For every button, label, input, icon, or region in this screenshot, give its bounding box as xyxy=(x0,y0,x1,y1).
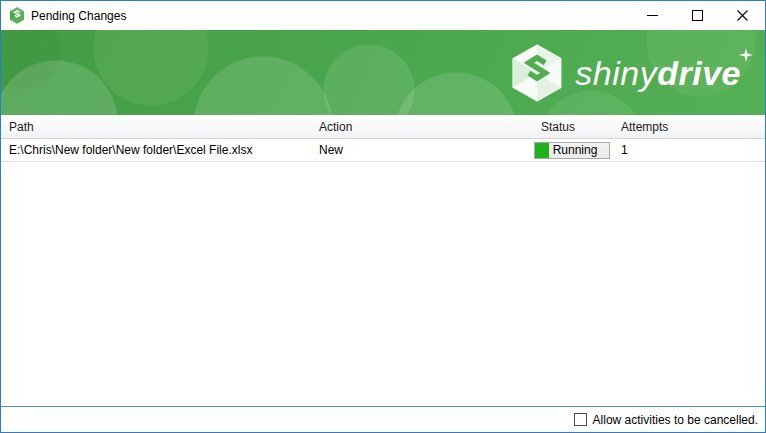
cell-status: Running xyxy=(526,142,613,159)
cell-attempts: 1 xyxy=(613,143,765,157)
shinydrive-wordmark: shinydrive xyxy=(575,56,753,90)
sparkle-icon xyxy=(739,48,753,62)
cell-path: E:\Chris\New folder\New folder\Excel Fil… xyxy=(1,143,311,157)
table-empty-area xyxy=(1,162,765,406)
status-progress-badge: Running xyxy=(534,142,610,159)
pending-changes-window: Pending Changes xyxy=(0,0,766,433)
allow-cancel-checkbox[interactable] xyxy=(574,413,587,426)
table-header: Path Action Status Attempts xyxy=(1,115,765,139)
brand-banner: shinydrive xyxy=(1,30,765,115)
column-header-status[interactable]: Status xyxy=(526,120,613,134)
allow-cancel-label: Allow activities to be cancelled. xyxy=(593,413,758,427)
close-icon xyxy=(737,10,748,21)
table-row[interactable]: E:\Chris\New folder\New folder\Excel Fil… xyxy=(1,139,765,162)
footer-bar: Allow activities to be cancelled. xyxy=(1,406,765,432)
titlebar: Pending Changes xyxy=(1,1,765,30)
window-title: Pending Changes xyxy=(31,9,630,23)
shinydrive-logo: shinydrive xyxy=(511,44,753,102)
minimize-button[interactable] xyxy=(630,1,675,30)
column-header-path[interactable]: Path xyxy=(1,120,311,134)
shinydrive-hexagon-icon xyxy=(511,44,563,102)
status-label: Running xyxy=(547,143,598,157)
app-logo-icon xyxy=(9,7,25,24)
caption-buttons xyxy=(630,1,765,30)
minimize-icon xyxy=(647,10,658,21)
maximize-icon xyxy=(692,10,703,21)
column-header-action[interactable]: Action xyxy=(311,120,526,134)
cell-action: New xyxy=(311,143,526,157)
column-header-attempts[interactable]: Attempts xyxy=(613,120,765,134)
wordmark-shiny: shiny xyxy=(575,54,657,92)
maximize-button[interactable] xyxy=(675,1,720,30)
wordmark-drive: drive xyxy=(657,54,741,92)
close-button[interactable] xyxy=(720,1,765,30)
